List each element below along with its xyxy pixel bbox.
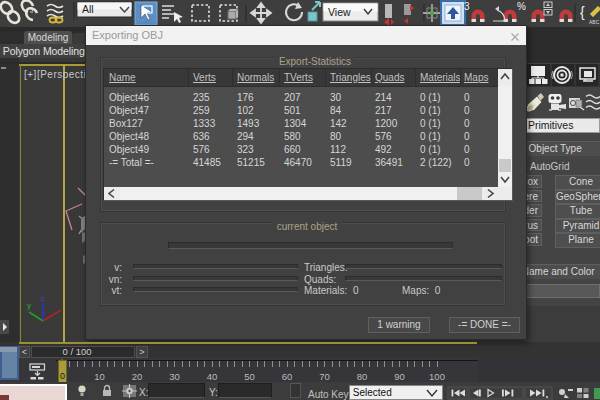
svg-text:3: 3 <box>464 1 470 12</box>
svg-text:z: z <box>41 294 45 303</box>
svg-text:70: 70 <box>319 371 330 382</box>
svg-text:40: 40 <box>207 371 218 382</box>
svg-text:20: 20 <box>132 371 143 382</box>
svg-text:80: 80 <box>357 371 368 382</box>
svg-text:%: % <box>517 1 526 12</box>
svg-text:All: All <box>82 3 94 15</box>
svg-text:View: View <box>328 6 351 18</box>
svg-text:100: 100 <box>429 371 445 382</box>
svg-text:60: 60 <box>282 371 293 382</box>
svg-text:30: 30 <box>169 371 180 382</box>
svg-text:90: 90 <box>394 371 405 382</box>
svg-text:10: 10 <box>94 371 105 382</box>
svg-text:50: 50 <box>244 371 255 382</box>
svg-text:{: { <box>580 4 585 20</box>
svg-text:ABC: ABC <box>589 19 600 25</box>
svg-text:y: y <box>27 301 31 310</box>
